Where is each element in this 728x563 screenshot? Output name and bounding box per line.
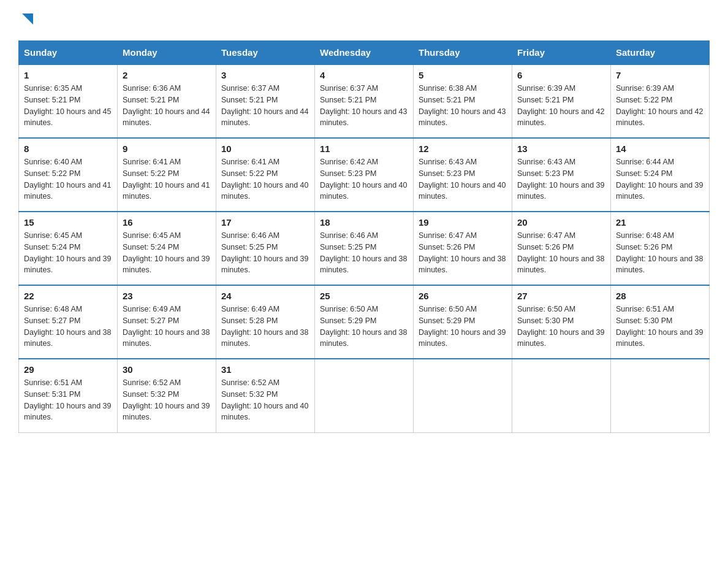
calendar-cell: 6 Sunrise: 6:39 AM Sunset: 5:21 PM Dayli… [512, 64, 611, 138]
calendar-cell: 27 Sunrise: 6:50 AM Sunset: 5:30 PM Dayl… [512, 285, 611, 359]
header-thursday: Thursday [414, 41, 512, 65]
calendar-cell: 12 Sunrise: 6:43 AM Sunset: 5:23 PM Dayl… [414, 138, 512, 212]
calendar-cell: 1 Sunrise: 6:35 AM Sunset: 5:21 PM Dayli… [19, 64, 118, 138]
day-info: Sunrise: 6:47 AM Sunset: 5:26 PM Dayligh… [419, 230, 507, 276]
day-info: Sunrise: 6:50 AM Sunset: 5:29 PM Dayligh… [320, 304, 408, 350]
calendar-cell: 26 Sunrise: 6:50 AM Sunset: 5:29 PM Dayl… [414, 285, 512, 359]
day-info: Sunrise: 6:36 AM Sunset: 5:21 PM Dayligh… [123, 83, 211, 129]
day-info: Sunrise: 6:43 AM Sunset: 5:23 PM Dayligh… [517, 156, 605, 202]
day-info: Sunrise: 6:51 AM Sunset: 5:31 PM Dayligh… [24, 377, 112, 423]
header-friday: Friday [512, 41, 611, 65]
calendar-cell: 23 Sunrise: 6:49 AM Sunset: 5:27 PM Dayl… [118, 285, 216, 359]
day-number: 8 [24, 144, 112, 154]
calendar-cell [315, 359, 414, 432]
header-monday: Monday [118, 41, 216, 65]
svg-marker-0 [22, 13, 33, 25]
logo [18, 12, 34, 28]
day-number: 17 [221, 217, 309, 228]
day-number: 19 [419, 217, 507, 228]
calendar-cell: 3 Sunrise: 6:37 AM Sunset: 5:21 PM Dayli… [216, 64, 315, 138]
day-info: Sunrise: 6:39 AM Sunset: 5:21 PM Dayligh… [517, 83, 605, 129]
day-number: 5 [419, 70, 507, 80]
day-number: 29 [24, 364, 112, 375]
calendar-cell: 21 Sunrise: 6:48 AM Sunset: 5:26 PM Dayl… [611, 212, 710, 285]
calendar-table: SundayMondayTuesdayWednesdayThursdayFrid… [18, 40, 710, 433]
day-number: 24 [221, 291, 309, 301]
calendar-cell: 2 Sunrise: 6:36 AM Sunset: 5:21 PM Dayli… [118, 64, 216, 138]
calendar-cell: 28 Sunrise: 6:51 AM Sunset: 5:30 PM Dayl… [611, 285, 710, 359]
calendar-cell: 11 Sunrise: 6:42 AM Sunset: 5:23 PM Dayl… [315, 138, 414, 212]
calendar-cell: 13 Sunrise: 6:43 AM Sunset: 5:23 PM Dayl… [512, 138, 611, 212]
calendar-cell: 7 Sunrise: 6:39 AM Sunset: 5:22 PM Dayli… [611, 64, 710, 138]
day-info: Sunrise: 6:50 AM Sunset: 5:30 PM Dayligh… [517, 304, 605, 350]
day-info: Sunrise: 6:46 AM Sunset: 5:25 PM Dayligh… [221, 230, 309, 276]
day-number: 22 [24, 291, 112, 301]
calendar-cell: 16 Sunrise: 6:45 AM Sunset: 5:24 PM Dayl… [118, 212, 216, 285]
day-info: Sunrise: 6:49 AM Sunset: 5:28 PM Dayligh… [221, 304, 309, 350]
day-info: Sunrise: 6:37 AM Sunset: 5:21 PM Dayligh… [221, 83, 309, 129]
day-info: Sunrise: 6:48 AM Sunset: 5:26 PM Dayligh… [616, 230, 704, 276]
day-info: Sunrise: 6:52 AM Sunset: 5:32 PM Dayligh… [123, 377, 211, 423]
calendar-cell: 5 Sunrise: 6:38 AM Sunset: 5:21 PM Dayli… [414, 64, 512, 138]
day-info: Sunrise: 6:44 AM Sunset: 5:24 PM Dayligh… [616, 156, 704, 202]
calendar-cell: 25 Sunrise: 6:50 AM Sunset: 5:29 PM Dayl… [315, 285, 414, 359]
day-number: 10 [221, 144, 309, 154]
calendar-cell: 30 Sunrise: 6:52 AM Sunset: 5:32 PM Dayl… [118, 359, 216, 432]
calendar-cell: 10 Sunrise: 6:41 AM Sunset: 5:22 PM Dayl… [216, 138, 315, 212]
day-info: Sunrise: 6:41 AM Sunset: 5:22 PM Dayligh… [221, 156, 309, 202]
calendar-cell: 17 Sunrise: 6:46 AM Sunset: 5:25 PM Dayl… [216, 212, 315, 285]
day-info: Sunrise: 6:40 AM Sunset: 5:22 PM Dayligh… [24, 156, 112, 202]
calendar-cell [512, 359, 611, 432]
day-info: Sunrise: 6:38 AM Sunset: 5:21 PM Dayligh… [419, 83, 507, 129]
day-info: Sunrise: 6:37 AM Sunset: 5:21 PM Dayligh… [320, 83, 408, 129]
day-number: 28 [616, 291, 704, 301]
day-number: 23 [123, 291, 211, 301]
day-info: Sunrise: 6:45 AM Sunset: 5:24 PM Dayligh… [24, 230, 112, 276]
calendar-week-4: 22 Sunrise: 6:48 AM Sunset: 5:27 PM Dayl… [19, 285, 710, 359]
calendar-cell [611, 359, 710, 432]
day-number: 11 [320, 144, 408, 154]
day-number: 14 [616, 144, 704, 154]
day-info: Sunrise: 6:46 AM Sunset: 5:25 PM Dayligh… [320, 230, 408, 276]
day-info: Sunrise: 6:51 AM Sunset: 5:30 PM Dayligh… [616, 304, 704, 350]
day-info: Sunrise: 6:49 AM Sunset: 5:27 PM Dayligh… [123, 304, 211, 350]
calendar-cell: 22 Sunrise: 6:48 AM Sunset: 5:27 PM Dayl… [19, 285, 118, 359]
calendar-cell: 4 Sunrise: 6:37 AM Sunset: 5:21 PM Dayli… [315, 64, 414, 138]
day-number: 3 [221, 70, 309, 80]
day-info: Sunrise: 6:41 AM Sunset: 5:22 PM Dayligh… [123, 156, 211, 202]
calendar-cell [414, 359, 512, 432]
day-number: 7 [616, 70, 704, 80]
calendar-header-row: SundayMondayTuesdayWednesdayThursdayFrid… [19, 41, 710, 65]
day-number: 20 [517, 217, 605, 228]
day-info: Sunrise: 6:50 AM Sunset: 5:29 PM Dayligh… [419, 304, 507, 350]
calendar-week-2: 8 Sunrise: 6:40 AM Sunset: 5:22 PM Dayli… [19, 138, 710, 212]
calendar-cell: 29 Sunrise: 6:51 AM Sunset: 5:31 PM Dayl… [19, 359, 118, 432]
day-number: 2 [123, 70, 211, 80]
calendar-cell: 14 Sunrise: 6:44 AM Sunset: 5:24 PM Dayl… [611, 138, 710, 212]
calendar-week-3: 15 Sunrise: 6:45 AM Sunset: 5:24 PM Dayl… [19, 212, 710, 285]
calendar-cell: 31 Sunrise: 6:52 AM Sunset: 5:32 PM Dayl… [216, 359, 315, 432]
day-info: Sunrise: 6:45 AM Sunset: 5:24 PM Dayligh… [123, 230, 211, 276]
day-number: 18 [320, 217, 408, 228]
calendar-week-5: 29 Sunrise: 6:51 AM Sunset: 5:31 PM Dayl… [19, 359, 710, 432]
day-number: 6 [517, 70, 605, 80]
calendar-cell: 19 Sunrise: 6:47 AM Sunset: 5:26 PM Dayl… [414, 212, 512, 285]
calendar-cell: 8 Sunrise: 6:40 AM Sunset: 5:22 PM Dayli… [19, 138, 118, 212]
day-info: Sunrise: 6:35 AM Sunset: 5:21 PM Dayligh… [24, 83, 112, 129]
header-wednesday: Wednesday [315, 41, 414, 65]
logo-arrow-icon [21, 12, 34, 28]
day-number: 16 [123, 217, 211, 228]
header-sunday: Sunday [19, 41, 118, 65]
day-info: Sunrise: 6:42 AM Sunset: 5:23 PM Dayligh… [320, 156, 408, 202]
day-number: 13 [517, 144, 605, 154]
day-info: Sunrise: 6:48 AM Sunset: 5:27 PM Dayligh… [24, 304, 112, 350]
day-number: 25 [320, 291, 408, 301]
calendar-cell: 15 Sunrise: 6:45 AM Sunset: 5:24 PM Dayl… [19, 212, 118, 285]
day-number: 4 [320, 70, 408, 80]
calendar-week-1: 1 Sunrise: 6:35 AM Sunset: 5:21 PM Dayli… [19, 64, 710, 138]
calendar-cell: 9 Sunrise: 6:41 AM Sunset: 5:22 PM Dayli… [118, 138, 216, 212]
day-number: 31 [221, 364, 309, 375]
day-number: 27 [517, 291, 605, 301]
day-number: 9 [123, 144, 211, 154]
day-info: Sunrise: 6:39 AM Sunset: 5:22 PM Dayligh… [616, 83, 704, 129]
